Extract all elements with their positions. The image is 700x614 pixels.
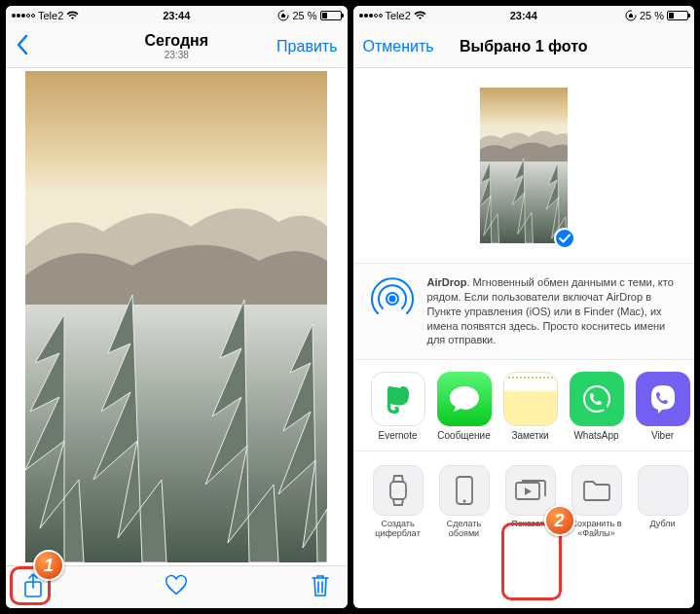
svg-point-8 xyxy=(388,296,395,303)
wifi-icon xyxy=(414,11,426,20)
share-button[interactable] xyxy=(21,573,45,602)
clock-label: 23:44 xyxy=(163,10,190,21)
notes-icon xyxy=(503,372,558,426)
app-viber[interactable]: Viber xyxy=(634,372,692,441)
nav-subtitle: 23:38 xyxy=(144,50,208,60)
status-bar: Tele2 23:44 25 % xyxy=(6,6,348,25)
photo-thumbnail[interactable] xyxy=(480,88,568,243)
back-button[interactable] xyxy=(16,34,29,59)
selected-photos-strip[interactable] xyxy=(353,68,695,263)
folder-icon xyxy=(581,478,612,503)
rotation-lock-icon xyxy=(625,10,637,21)
battery-pct-label: 25 % xyxy=(640,10,664,21)
signal-dots-icon xyxy=(12,14,35,18)
rotation-lock-icon xyxy=(277,10,289,21)
battery-icon xyxy=(320,11,342,20)
photo-viewport[interactable] xyxy=(6,68,348,565)
watch-icon xyxy=(386,474,411,507)
svg-point-12 xyxy=(462,500,465,503)
airdrop-description: AirDrop. Мгновенный обмен данными с теми… xyxy=(427,275,680,347)
airdrop-icon xyxy=(369,275,416,322)
battery-pct-label: 25 % xyxy=(292,10,316,21)
action-set-wallpaper[interactable]: Сделать обоями xyxy=(435,465,494,539)
app-evernote[interactable]: Evernote xyxy=(369,372,427,441)
signal-dots-icon xyxy=(359,14,383,18)
photo-image xyxy=(25,71,327,562)
trash-button[interactable] xyxy=(309,573,332,602)
whatsapp-icon xyxy=(579,381,614,416)
nav-bar: Отменить Выбрано 1 фото xyxy=(353,25,695,68)
messages-icon xyxy=(447,382,482,415)
carrier-label: Tele2 xyxy=(38,10,63,21)
carrier-label: Tele2 xyxy=(386,10,411,21)
slideshow-icon xyxy=(514,477,547,504)
clock-label: 23:44 xyxy=(510,10,537,21)
airdrop-section[interactable]: AirDrop. Мгновенный обмен данными с теми… xyxy=(353,263,695,360)
wifi-icon xyxy=(66,11,79,20)
action-save-to-files[interactable]: Сохранить в «Файлы» xyxy=(568,465,626,539)
app-messages[interactable]: Сообщение xyxy=(435,372,494,441)
battery-icon xyxy=(667,11,688,20)
share-apps-row[interactable]: Evernote Сообщение Заметки WhatsApp Vibe… xyxy=(353,360,695,447)
evernote-icon xyxy=(382,380,415,417)
edit-button[interactable]: Править xyxy=(276,38,337,55)
action-duplicate[interactable]: Дубли xyxy=(634,465,692,539)
iphone-icon xyxy=(455,475,474,506)
nav-title: Выбрано 1 фото xyxy=(460,38,588,55)
action-create-watchface[interactable]: Создать циферблат xyxy=(369,465,427,539)
action-slideshow[interactable]: Показать xyxy=(501,465,560,539)
svg-rect-10 xyxy=(390,482,406,499)
selected-check-icon xyxy=(554,228,575,249)
photos-viewer-screen: Tele2 23:44 25 % Сегодня 23:38 Править xyxy=(6,6,348,608)
nav-title: Сегодня 23:38 xyxy=(144,32,208,60)
share-actions-row[interactable]: Создать циферблат Сделать обоями Показат… xyxy=(353,451,695,549)
status-bar: Tele2 23:44 25 % xyxy=(353,6,695,25)
favorite-button[interactable] xyxy=(165,573,188,602)
cancel-button[interactable]: Отменить xyxy=(363,38,434,55)
app-whatsapp[interactable]: WhatsApp xyxy=(568,372,626,441)
share-sheet-screen: Tele2 23:44 25 % Отменить Выбрано 1 фото xyxy=(353,6,695,608)
app-notes[interactable]: Заметки xyxy=(501,372,560,441)
nav-bar: Сегодня 23:38 Править xyxy=(6,25,348,68)
bottom-toolbar xyxy=(6,565,348,608)
viber-icon xyxy=(646,381,680,416)
